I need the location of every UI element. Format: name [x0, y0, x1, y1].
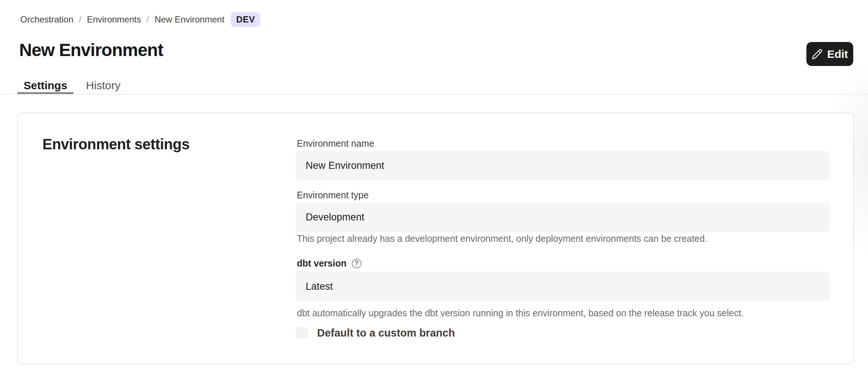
tab-settings[interactable]: Settings: [17, 77, 73, 94]
breadcrumb-separator: /: [79, 14, 81, 25]
custom-branch-row: Default to a custom branch: [296, 327, 455, 339]
breadcrumb-environments[interactable]: Environments: [87, 14, 141, 25]
dbt-version-label: dbt version: [297, 258, 347, 269]
page-title: New Environment: [19, 40, 163, 60]
help-icon[interactable]: ?: [352, 259, 361, 268]
environment-settings-card: Environment settings Environment name En…: [17, 112, 854, 364]
tab-bar-divider: [0, 94, 868, 95]
environment-name-input[interactable]: [296, 151, 830, 180]
dev-environment-badge: DEV: [231, 12, 261, 27]
dbt-version-input[interactable]: [296, 272, 830, 301]
tab-bar: Settings History: [17, 77, 127, 94]
custom-branch-checkbox[interactable]: [296, 327, 308, 339]
environment-type-helper-text: This project already has a development e…: [297, 233, 828, 244]
environment-type-label: Environment type: [297, 190, 369, 201]
tab-history[interactable]: History: [80, 77, 126, 94]
breadcrumb: Orchestration / Environments / New Envir…: [20, 12, 260, 27]
edit-button-label: Edit: [827, 48, 848, 60]
card-heading: Environment settings: [42, 136, 190, 153]
pencil-icon: [812, 49, 823, 60]
dbt-version-helper-text: dbt automatically upgrades the dbt versi…: [297, 308, 828, 318]
tab-settings-label: Settings: [24, 79, 67, 91]
breadcrumb-orchestration[interactable]: Orchestration: [20, 14, 73, 25]
tab-history-label: History: [86, 79, 120, 91]
environment-name-label: Environment name: [297, 138, 374, 149]
breadcrumb-separator: /: [146, 14, 149, 25]
breadcrumb-new-environment[interactable]: New Environment: [154, 14, 224, 25]
edit-button[interactable]: Edit: [806, 42, 853, 66]
custom-branch-label: Default to a custom branch: [317, 327, 455, 339]
dbt-version-label-row: dbt version ?: [297, 258, 361, 269]
environment-type-input[interactable]: [296, 202, 830, 232]
